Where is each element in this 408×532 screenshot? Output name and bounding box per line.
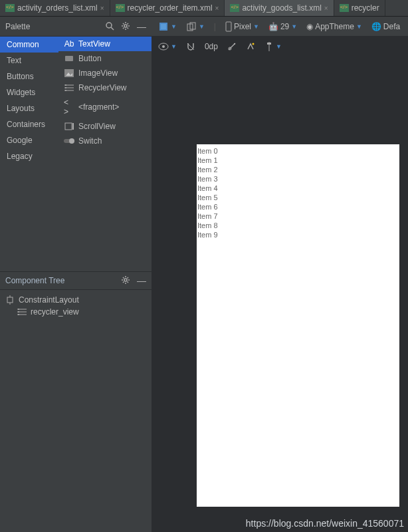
category-google[interactable]: Google	[0, 132, 58, 148]
component-label: ScrollView	[78, 122, 116, 131]
svg-rect-27	[161, 24, 166, 29]
category-text[interactable]: Text	[0, 53, 58, 68]
tab-activity-goods[interactable]: activity_goods_list.xml ×	[225, 0, 334, 16]
list-item: Item 1	[197, 156, 399, 165]
category-layouts[interactable]: Layouts	[0, 100, 58, 116]
clear-constraints[interactable]	[227, 42, 237, 51]
imageview-icon	[64, 69, 74, 77]
component-textview[interactable]: Ab TextView	[58, 37, 152, 51]
api-selector[interactable]: 🤖 29 ▼	[268, 22, 297, 31]
theme-icon: ◉	[306, 22, 313, 31]
list-item: Item 8	[197, 221, 399, 230]
list-item: Item 6	[197, 202, 399, 211]
palette-body: Common Text Buttons Widgets Layouts Cont…	[0, 37, 152, 271]
chevron-down-icon: ▼	[253, 23, 259, 30]
minimize-icon[interactable]: —	[137, 21, 146, 32]
device-label: Pixel	[234, 22, 251, 31]
textview-icon: Ab	[64, 39, 74, 49]
category-widgets[interactable]: Widgets	[0, 84, 58, 100]
category-containers[interactable]: Containers	[0, 116, 58, 132]
component-label: <fragment>	[78, 102, 119, 112]
default-margin[interactable]: 0dp	[205, 42, 218, 51]
component-scrollview[interactable]: ScrollView	[58, 119, 152, 134]
svg-point-16	[124, 279, 127, 281]
guidelines-button[interactable]: ▼	[264, 42, 282, 51]
svg-point-23	[18, 309, 19, 310]
category-legacy[interactable]: Legacy	[0, 148, 58, 164]
tree-root[interactable]: ConstraintLayout	[5, 294, 146, 306]
close-icon[interactable]: ×	[100, 5, 104, 12]
list-item: Item 3	[197, 174, 399, 184]
chevron-down-icon: ▼	[199, 23, 205, 30]
tab-label: recycler	[352, 3, 379, 13]
tree-child-label: recycler_view	[31, 307, 79, 317]
recyclerview-icon	[17, 308, 27, 316]
eye-toggle[interactable]: ▼	[158, 43, 177, 51]
close-icon[interactable]: ×	[324, 5, 328, 12]
svg-point-2	[124, 25, 127, 27]
constraint-layout-icon	[5, 295, 15, 305]
search-icon[interactable]	[105, 21, 114, 32]
theme-selector[interactable]: ◉ AppTheme ▼	[306, 22, 362, 31]
svg-line-1	[111, 27, 114, 30]
infer-constraints[interactable]	[246, 42, 255, 51]
list-item: Item 5	[197, 193, 399, 202]
svg-rect-30	[226, 22, 231, 31]
component-recyclerview[interactable]: RecyclerView	[58, 80, 152, 95]
minimize-icon[interactable]: —	[137, 275, 146, 286]
design-canvas[interactable]: Item 0 Item 1 Item 2 Item 3 Item 4 Item …	[152, 57, 408, 532]
tab-recycler[interactable]: recycler	[334, 0, 385, 16]
separator: |	[214, 22, 216, 31]
gear-icon[interactable]	[121, 275, 130, 286]
gear-icon[interactable]	[121, 21, 130, 32]
device-selector[interactable]: Pixel ▼	[225, 21, 259, 32]
svg-point-32	[162, 45, 165, 48]
component-tree-title: Component Tree	[5, 276, 64, 285]
svg-point-24	[18, 311, 19, 313]
list-item: Item 0	[197, 146, 399, 156]
switch-icon	[64, 138, 74, 144]
recyclerview-icon	[64, 84, 74, 92]
orientation-button[interactable]: ▼	[186, 21, 205, 32]
tree-root-label: ConstraintLayout	[19, 295, 79, 305]
scrollview-icon	[64, 122, 74, 130]
tree-child[interactable]: recycler_view	[5, 306, 146, 318]
component-label: Button	[78, 54, 102, 63]
component-label: Switch	[78, 136, 102, 146]
xml-file-icon	[116, 4, 125, 12]
svg-rect-17	[7, 297, 13, 303]
component-switch[interactable]: Switch	[58, 134, 152, 148]
tab-recycler-order-item[interactable]: recycler_order_item.xml ×	[110, 0, 225, 16]
component-imageview[interactable]: ImageView	[58, 66, 152, 80]
chevron-down-icon: ▼	[171, 43, 177, 50]
list-item: Item 2	[197, 165, 399, 174]
list-item: Item 7	[197, 211, 399, 221]
palette-components: Ab TextView Button ImageView RecyclerVie…	[58, 37, 152, 271]
tab-label: recycler_order_item.xml	[128, 3, 213, 13]
svg-rect-3	[65, 56, 73, 61]
xml-file-icon	[230, 4, 239, 12]
design-surface-button[interactable]: ▼	[158, 21, 177, 32]
component-button[interactable]: Button	[58, 51, 152, 66]
category-common[interactable]: Common	[0, 37, 58, 53]
magnet-toggle[interactable]	[186, 42, 195, 51]
list-item: Item 4	[197, 184, 399, 193]
component-label: TextView	[78, 39, 110, 49]
palette-title: Palette	[5, 22, 30, 31]
globe-icon: 🌐	[371, 22, 381, 31]
component-fragment[interactable]: < > <fragment>	[58, 95, 152, 119]
locale-selector[interactable]: 🌐 Defa	[371, 22, 400, 31]
tab-label: activity_goods_list.xml	[242, 3, 321, 13]
svg-point-15	[69, 138, 74, 144]
svg-point-10	[65, 87, 66, 88]
watermark-text: https://blog.csdn.net/weixin_41560071	[246, 518, 404, 529]
fragment-icon: < >	[64, 98, 74, 116]
close-icon[interactable]: ×	[215, 5, 219, 12]
android-icon: 🤖	[268, 22, 278, 31]
locale-label: Defa	[383, 22, 400, 31]
svg-rect-13	[72, 123, 74, 130]
button-icon	[64, 55, 74, 62]
category-buttons[interactable]: Buttons	[0, 68, 58, 84]
tab-activity-orders[interactable]: activity_orders_list.xml ×	[0, 0, 110, 16]
editor-tabs: activity_orders_list.xml × recycler_orde…	[0, 0, 408, 17]
